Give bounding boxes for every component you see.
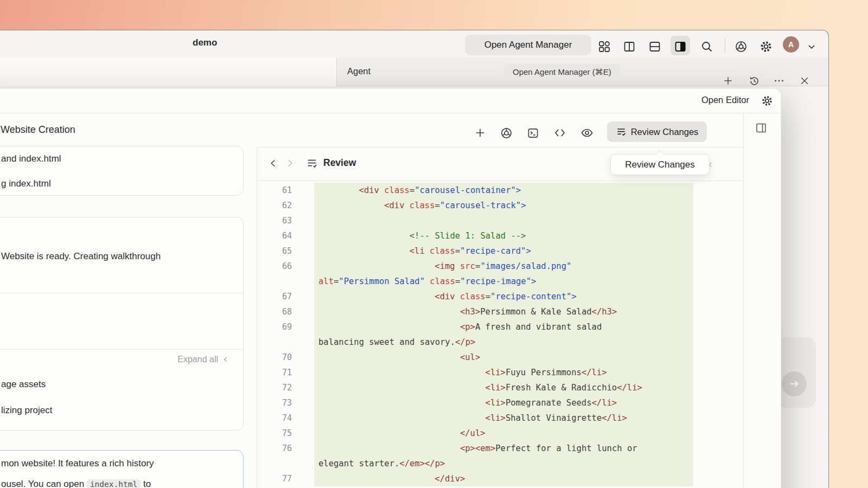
open-editor-link[interactable]: Open Editor <box>701 95 749 105</box>
progress-card: Website is ready. Creating walkthrough E… <box>0 217 244 431</box>
code-line: 67<div class="recipe-content"> <box>257 289 743 304</box>
line-number: 62 <box>257 198 314 213</box>
code-line: alt="Persimmon Salad" class="recipe-imag… <box>257 274 743 289</box>
line-number: 75 <box>257 426 314 441</box>
line-number: 73 <box>257 395 314 410</box>
chevron-down-icon[interactable] <box>804 39 819 54</box>
code-line: 68<h3>Persimmon & Kale Salad</h3> <box>257 304 743 319</box>
expand-all-control[interactable]: Expand all <box>177 355 229 364</box>
browser-chrome-icon[interactable] <box>733 39 749 54</box>
card-divider <box>0 349 243 350</box>
line-number: 70 <box>257 350 314 365</box>
agent-grid-icon[interactable] <box>597 39 612 54</box>
line-number: 77 <box>257 471 314 486</box>
step-file-row[interactable]: and index.html <box>1 153 61 164</box>
split-vertical-icon[interactable] <box>622 39 637 54</box>
more-options-icon[interactable] <box>773 74 786 87</box>
settings-gear-icon[interactable] <box>758 39 774 54</box>
tab-active-pane[interactable] <box>0 57 337 86</box>
code-line: 65<li class="recipe-card"> <box>257 243 743 259</box>
preview-eye-icon[interactable] <box>580 126 594 140</box>
browser-preview-icon[interactable] <box>499 126 513 140</box>
code-line: 63 <box>257 213 743 228</box>
line-number <box>257 456 314 471</box>
code-line: 64<!-- Slide 1: Salad --> <box>257 228 743 243</box>
line-number: 68 <box>257 304 314 319</box>
toolbar-separator <box>725 37 725 53</box>
tab-agent[interactable]: Agent <box>347 66 371 76</box>
code-line: 73<li>Pomegranate Seeds</li> <box>257 395 743 410</box>
search-icon[interactable] <box>699 39 714 54</box>
code-line: 69<p>A fresh and vibrant salad <box>257 319 743 335</box>
code-line: 76<p><em>Perfect for a light lunch or <box>257 441 743 456</box>
code-line: 72<li>Fresh Kale & Radicchio</li> <box>257 380 743 395</box>
code-line: balancing sweet and savory.</p> <box>257 335 743 350</box>
task-step-row[interactable]: age assets <box>1 379 46 390</box>
code-line: 61<div class="carousel-container"> <box>257 183 743 198</box>
inline-code-chip: index.html <box>87 479 141 488</box>
nav-back-icon[interactable] <box>267 157 280 170</box>
code-line: 62<div class="carousel-track"> <box>257 198 743 213</box>
code-line: 71<li>Fuyu Persimmons</li> <box>257 365 743 380</box>
line-number: 65 <box>257 243 314 259</box>
expand-all-label: Expand all <box>177 355 218 364</box>
line-number <box>257 274 314 289</box>
file-steps-card: and index.html g index.html <box>0 146 244 196</box>
line-number: 66 <box>257 259 314 274</box>
agent-manager-panel: Open Editor Website Creation <box>0 88 781 488</box>
close-icon[interactable] <box>798 74 811 87</box>
line-number: 71 <box>257 365 314 380</box>
step-file-row[interactable]: g index.html <box>1 178 51 189</box>
code-icon[interactable] <box>553 126 567 140</box>
window-title: demo <box>193 37 217 48</box>
line-number: 64 <box>257 228 314 243</box>
line-number: 61 <box>257 183 314 198</box>
terminal-icon[interactable] <box>526 126 540 140</box>
code-line: 74<li>Shallot Vinaigrette</li> <box>257 410 743 426</box>
line-number: 74 <box>257 410 314 426</box>
rail-divider <box>743 113 744 488</box>
line-number <box>257 335 314 350</box>
line-number: 67 <box>257 289 314 304</box>
open-agent-manager-button[interactable]: Open Agent Manager <box>465 35 591 55</box>
code-line: 70<ul> <box>257 350 743 365</box>
add-plus-icon[interactable] <box>473 126 487 140</box>
review-changes-button-label: Review Changes <box>631 127 699 137</box>
code-lines: 61<div class="carousel-container">62<div… <box>257 183 743 486</box>
split-view-icon[interactable] <box>755 121 768 134</box>
panel-topbar: Open Editor <box>0 89 781 113</box>
send-arrow-button[interactable] <box>782 371 807 396</box>
line-number: 76 <box>257 441 314 456</box>
list-check-icon <box>306 157 319 170</box>
titlebar: demo Open Agent Manager <box>0 30 828 57</box>
chevron-left-icon <box>222 356 229 363</box>
task-step-row[interactable]: lizing project <box>1 405 53 416</box>
new-tab-plus-icon[interactable] <box>722 74 735 87</box>
review-changes-button[interactable]: Review Changes <box>607 121 707 142</box>
tooltip-review-changes: Review Changes <box>610 154 710 175</box>
history-clock-icon[interactable] <box>748 74 761 87</box>
nav-forward-icon[interactable] <box>283 157 296 170</box>
code-line: 77</div> <box>257 471 743 486</box>
code-line: 66<img src="images/salad.png" <box>257 259 743 274</box>
message-text: mon website! It features a rich history <box>1 458 154 469</box>
line-number: 63 <box>257 213 314 228</box>
message-text: ousel. You can open index.html to <box>1 479 151 488</box>
right-panel-toggle-icon[interactable] <box>673 39 688 54</box>
panel-settings-gear-icon[interactable] <box>761 94 774 107</box>
code-diff-view[interactable]: 61<div class="carousel-container">62<div… <box>257 181 743 488</box>
tooltip-open-agent-manager: Open Agent Manager (⌘E) <box>504 64 620 80</box>
split-horizontal-icon[interactable] <box>647 39 662 54</box>
line-number: 69 <box>257 319 314 335</box>
conversation-title: Website Creation <box>1 124 75 136</box>
card-divider <box>0 293 243 293</box>
status-text: Website is ready. Creating walkthrough <box>1 251 161 262</box>
code-line: elegant starter.</em></p> <box>257 456 743 471</box>
avatar[interactable]: A <box>783 36 799 53</box>
assistant-message-card: mon website! It features a rich history … <box>0 450 244 488</box>
list-check-icon <box>616 126 627 137</box>
tab-bar: Agent <box>0 57 828 86</box>
line-number: 72 <box>257 380 314 395</box>
review-title: Review <box>323 157 356 169</box>
code-line: 75</ul> <box>257 426 743 441</box>
